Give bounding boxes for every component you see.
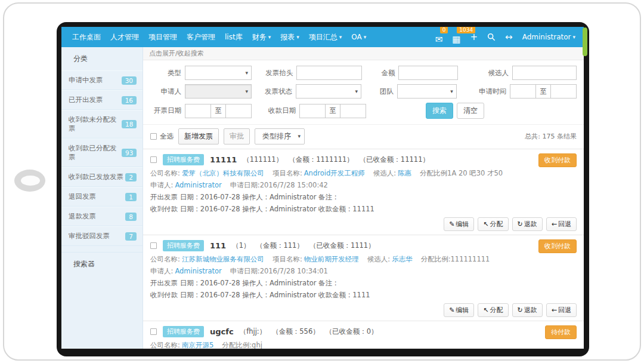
- invoice-title-input[interactable]: [296, 66, 362, 80]
- invoice-received-amount: （已收金额：11111）: [360, 155, 429, 164]
- back-arrow-icon: ←: [552, 306, 557, 314]
- nav-item-reports[interactable]: 报表▾: [275, 27, 304, 48]
- assign-button[interactable]: ↖分配: [478, 217, 508, 231]
- invoice-date-to-input[interactable]: [225, 104, 252, 118]
- sidebar-item-issued-invoices[interactable]: 已开出发票 16: [61, 90, 143, 110]
- nav-item-list[interactable]: list库: [220, 27, 247, 48]
- revert-button[interactable]: ←回退: [546, 303, 577, 317]
- invoice-amount: （金额：111）: [256, 241, 303, 250]
- type-select[interactable]: ▾: [185, 66, 252, 80]
- nav-item-customer[interactable]: 客户管理: [182, 27, 220, 48]
- applicant-link[interactable]: Administrator: [175, 266, 221, 276]
- invoice-number: ugcfc: [210, 327, 234, 336]
- payment-received-line: 收到付款 日期 : 2016-07-28 操作人 : Administrator…: [150, 204, 577, 214]
- applicant-link[interactable]: Administrator: [175, 180, 221, 190]
- receive-date-range: 至: [299, 104, 366, 118]
- search-icon[interactable]: [487, 33, 496, 41]
- sidebar-item-received-unallocated[interactable]: 收到款未分配发票 18: [61, 110, 143, 139]
- assign-button[interactable]: ↖分配: [478, 303, 508, 317]
- receive-payment-button[interactable]: 收到付款: [538, 153, 577, 167]
- search-form: 类型 ▾ 发票抬头 金额: [143, 60, 584, 124]
- back-arrow-icon: ←: [552, 220, 557, 228]
- company-link[interactable]: 南京开源5: [182, 340, 213, 349]
- applicant-label: 申请人: [150, 87, 181, 96]
- refund-button[interactable]: ↻退款: [512, 217, 543, 231]
- applicant-select[interactable]: ▾: [185, 84, 252, 99]
- new-invoice-button[interactable]: 新增发票: [178, 128, 219, 144]
- sidebar-item-returned-invoices[interactable]: 退回发票 1: [61, 187, 143, 207]
- sidebar-item-pending-invoices[interactable]: 申请中发票 30: [61, 70, 143, 90]
- count-badge: 1: [125, 193, 137, 201]
- nav-item-project-summary[interactable]: 项目汇总▾: [304, 27, 347, 48]
- approve-button[interactable]: 审批: [224, 128, 250, 144]
- company-link[interactable]: 爱芽（北京）科技有限公司: [182, 168, 264, 179]
- revert-button[interactable]: ←回退: [546, 217, 577, 231]
- select-all-checkbox[interactable]: [150, 133, 157, 140]
- tablet-home-button-inner: [21, 176, 40, 186]
- sidebar-item-refund-invoices[interactable]: 退款发票 8: [61, 207, 143, 226]
- count-badge: 18: [122, 120, 137, 128]
- invoice-amount: （金额：1111111）: [289, 155, 354, 164]
- sidebar-item-search-tool[interactable]: 搜索器: [61, 252, 143, 276]
- invoice-checkbox[interactable]: [150, 328, 157, 335]
- nav-item-workdesk[interactable]: 工作桌面: [67, 27, 106, 48]
- search-panel-toggle[interactable]: 点击展开/收起搜索: [143, 47, 584, 60]
- invoice-number: 11111: [210, 155, 237, 164]
- company-link[interactable]: 江苏新城物业服务有限公司: [182, 254, 264, 264]
- apply-time-from-input[interactable]: [510, 84, 536, 99]
- invoice-type-badge: 招聘服务费: [163, 240, 204, 251]
- invoice-checkbox[interactable]: [150, 156, 157, 163]
- clear-button[interactable]: 清空: [457, 103, 484, 119]
- search-button[interactable]: 搜索: [426, 103, 453, 119]
- count-badge: 2: [125, 173, 137, 182]
- candidate-link[interactable]: 陈惠: [398, 168, 411, 179]
- edit-button[interactable]: ✎编辑: [444, 303, 474, 317]
- nav-item-finance[interactable]: 财务▾: [247, 27, 276, 48]
- team-select[interactable]: ▾: [397, 84, 457, 99]
- sort-select[interactable]: 类型排序 ▾: [255, 128, 305, 144]
- sidebar-title: 分类: [61, 47, 143, 70]
- apply-time-to-input[interactable]: [550, 84, 577, 99]
- receive-date-to-input[interactable]: [340, 104, 366, 118]
- apply-date: 申请日期:2016/7/28 10:34:01: [230, 266, 328, 276]
- nav-item-oa[interactable]: OA▾: [346, 27, 371, 47]
- grid-count-badge: 1034: [457, 27, 475, 33]
- plus-icon[interactable]: +: [470, 33, 478, 42]
- count-badge: 7: [125, 232, 137, 241]
- amount-input[interactable]: [398, 66, 458, 80]
- scrollbar-thumb[interactable]: [583, 27, 587, 56]
- sidebar-item-received-allocated[interactable]: 收到款已分配发票 93: [61, 139, 143, 167]
- allocation-ratio: 分配比例:ghj: [222, 340, 262, 349]
- mail-button[interactable]: 0 ✉: [435, 30, 443, 45]
- nav-item-project[interactable]: 项目管理: [144, 27, 182, 48]
- sidebar-item-received-distributed[interactable]: 收到款已发放发票 2: [61, 167, 143, 187]
- mail-icon: ✉: [435, 34, 443, 45]
- edit-button[interactable]: ✎编辑: [444, 217, 474, 231]
- invoice-number: 111: [210, 241, 226, 250]
- top-navbar: 工作桌面 人才管理 项目管理 客户管理 list库 财务▾ 报表▾ 项目汇总▾ …: [61, 27, 584, 47]
- pending-payment-button[interactable]: 待付款: [545, 325, 577, 339]
- swap-arrows-icon[interactable]: ↔: [505, 33, 513, 42]
- receive-date-from-input[interactable]: [299, 104, 326, 118]
- receive-payment-button[interactable]: 收到付款: [538, 239, 577, 253]
- list-toolbar: 全选 新增发票 审批 类型排序 ▾ 总共: 175 条结果: [143, 124, 584, 149]
- invoice-date-from-input[interactable]: [185, 104, 211, 118]
- candidate-link[interactable]: 乐志华: [392, 254, 413, 264]
- chevron-down-icon: ▾: [298, 133, 301, 139]
- refresh-icon: ↻: [518, 306, 523, 314]
- pencil-icon: ✎: [449, 220, 454, 228]
- chevron-down-icon: ▾: [450, 88, 453, 94]
- screenshot-canvas: 工作桌面 人才管理 项目管理 客户管理 list库 财务▾ 报表▾ 项目汇总▾ …: [0, 0, 644, 363]
- refund-button[interactable]: ↻退款: [512, 303, 543, 317]
- candidate-input[interactable]: [512, 66, 577, 80]
- invoice-status-select[interactable]: ▾: [296, 84, 361, 99]
- apply-time-label: 申请时间: [473, 87, 506, 96]
- project-link[interactable]: 物业前期开发经理: [304, 254, 359, 264]
- invoice-checkbox[interactable]: [150, 242, 157, 249]
- user-menu[interactable]: Administrator ▾: [522, 33, 575, 41]
- project-link[interactable]: Android开发工程师: [304, 168, 365, 179]
- grid-button[interactable]: 1034 ▦: [452, 30, 460, 45]
- nav-item-talent[interactable]: 人才管理: [106, 27, 144, 48]
- invoice-title-label: 发票抬头: [258, 69, 293, 78]
- sidebar-item-rejected-invoices[interactable]: 审批驳回发票 7: [61, 226, 143, 246]
